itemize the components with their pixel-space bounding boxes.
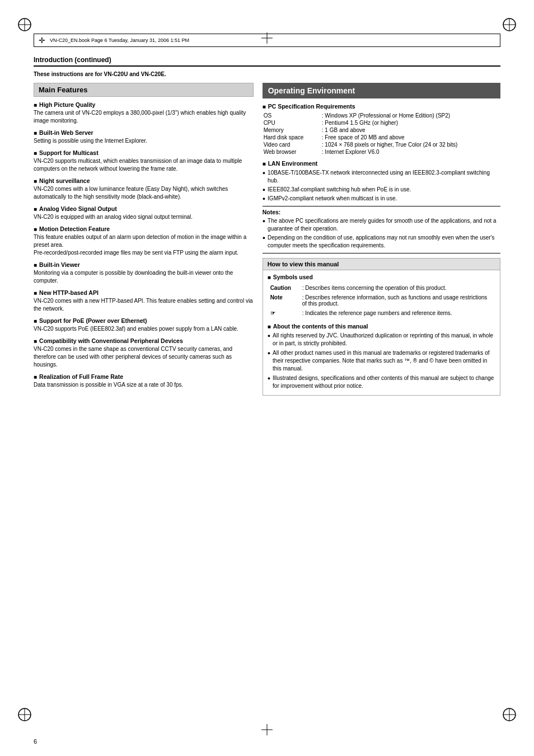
feature-body-night-surveillance: VN-C20 comes with a low luminance featur…	[34, 185, 254, 201]
symbol-label-caution: Caution	[269, 284, 299, 292]
lan-item-0: 10BASE-T/100BASE-TX network interconnect…	[263, 169, 500, 185]
feature-title-compatibility: Compatibility with Conventional Peripher…	[34, 337, 254, 344]
symbol-label-note: Note	[269, 293, 299, 308]
feature-title-night-surveillance: Night surveillance	[34, 177, 254, 184]
feature-motion-detection: Motion Detection Feature This feature en…	[34, 226, 254, 257]
main-features-header: Main Features	[34, 83, 254, 97]
feature-compatibility: Compatibility with Conventional Peripher…	[34, 337, 254, 369]
feature-title-builtin-web-server: Built-in Web Server	[34, 129, 254, 136]
note-item-1: Depending on the condition of use, appli…	[263, 234, 500, 250]
feature-high-picture-quality: High Picture Quality The camera unit of …	[34, 101, 254, 125]
feature-night-surveillance: Night surveillance VN-C20 comes with a l…	[34, 177, 254, 201]
feature-title-builtin-viewer: Built-in Viewer	[34, 261, 254, 268]
symbol-label-ref: ☞	[269, 309, 299, 317]
spec-value-memory: : 1 GB and above	[321, 126, 500, 134]
corner-decoration-br	[502, 707, 517, 722]
spec-value-video: : 1024 × 768 pixels or higher, True Colo…	[321, 141, 500, 148]
operating-environment-header: Operating Environment	[263, 83, 500, 98]
spec-label-video: Video card	[263, 141, 321, 148]
symbol-value-ref: : Indicates the reference page numbers a…	[301, 309, 494, 317]
feature-body-full-frame-rate: Data transmission is possible in VGA siz…	[34, 381, 254, 389]
notes-list: The above PC specifications are merely g…	[263, 217, 500, 250]
feature-title-poe: Support for PoE (Power over Ethernet)	[34, 317, 254, 324]
lan-item-1: IEEE802.3af-compliant switching hub when…	[263, 186, 500, 194]
instructions-note: These instructions are for VN-C20U and V…	[34, 71, 500, 77]
spec-value-os: : Windows XP (Professional or Home Editi…	[321, 112, 500, 119]
feature-title-high-picture-quality: High Picture Quality	[34, 101, 254, 108]
symbol-value-note: : Describes reference information, such …	[301, 293, 494, 308]
content-area: Introduction (continued) These instructi…	[34, 56, 500, 700]
feature-body-high-picture-quality: The camera unit of VN-C20 employs a 380,…	[34, 109, 254, 125]
intro-header: Introduction (continued)	[34, 56, 500, 67]
feature-body-analog-video: VN-C20 is equipped with an analog video …	[34, 213, 254, 221]
pc-specs-table: OS : Windows XP (Professional or Home Ed…	[263, 112, 500, 156]
feature-builtin-web-server: Built-in Web Server Setting is possible …	[34, 129, 254, 145]
feature-builtin-viewer: Built-in Viewer Monitoring via a compute…	[34, 261, 254, 285]
feature-poe: Support for PoE (Power over Ethernet) VN…	[34, 317, 254, 333]
lan-item-2: IGMPv2-compliant network when multicast …	[263, 195, 500, 203]
how-to-view-box: How to view this manual Symbols used Cau…	[263, 258, 500, 396]
two-col-layout: Main Features High Picture Quality The c…	[34, 83, 500, 396]
spec-label-browser: Web browser	[263, 148, 321, 156]
spec-row-memory: Memory : 1 GB and above	[263, 126, 500, 134]
spec-value-cpu: : Pentium4 1.5 GHz (or higher)	[321, 119, 500, 126]
crosshair-icon: ✛	[39, 36, 45, 45]
feature-body-builtin-viewer: Monitoring via a computer is possible by…	[34, 269, 254, 285]
spec-row-browser: Web browser : Internet Explorer V6.0	[263, 148, 500, 156]
spec-label-memory: Memory	[263, 126, 321, 134]
feature-analog-video: Analog Video Signal Output VN-C20 is equ…	[34, 205, 254, 221]
corner-decoration-tr	[502, 17, 517, 32]
spec-row-hdd: Hard disk space : Free space of 20 MB an…	[263, 134, 500, 141]
page-wrapper: ✛ VN-C20_EN.book Page 6 Tuesday, January…	[0, 0, 534, 756]
symbol-row-ref: ☞ : Indicates the reference page numbers…	[269, 309, 494, 317]
feature-title-analog-video: Analog Video Signal Output	[34, 205, 254, 212]
about-contents-list: All rights reserved by JVC. Unauthorized…	[268, 332, 495, 390]
feature-http-api: New HTTP-based API VN-C20 comes with a n…	[34, 289, 254, 313]
about-contents-title: About the contents of this manual	[268, 323, 495, 330]
feature-support-multicast: Support for Multicast VN-C20 supports mu…	[34, 149, 254, 173]
file-info-text: VN-C20_EN.book Page 6 Tuesday, January 3…	[50, 37, 189, 43]
symbol-row-note: Note : Describes reference information, …	[269, 293, 494, 308]
feature-body-builtin-web-server: Setting is possible using the Internet E…	[34, 137, 254, 145]
feature-body-motion-detection: This feature enables output of an alarm …	[34, 233, 254, 257]
feature-body-compatibility: VN-C20 comes in the same shape as conven…	[34, 345, 254, 369]
feature-full-frame-rate: Realization of Full Frame Rate Data tran…	[34, 373, 254, 389]
feature-title-http-api: New HTTP-based API	[34, 289, 254, 296]
spec-label-hdd: Hard disk space	[263, 134, 321, 141]
symbols-table: Caution : Describes items concerning the…	[268, 283, 495, 318]
symbol-row-caution: Caution : Describes items concerning the…	[269, 284, 494, 292]
about-item-0: All rights reserved by JVC. Unauthorized…	[268, 332, 495, 348]
lan-title: LAN Environment	[263, 160, 500, 167]
bottom-center-crosshair	[261, 724, 273, 736]
spec-row-os: OS : Windows XP (Professional or Home Ed…	[263, 112, 500, 119]
feature-title-support-multicast: Support for Multicast	[34, 149, 254, 156]
right-column: Operating Environment PC Specification R…	[263, 83, 500, 396]
feature-body-support-multicast: VN-C20 supports multicast, which enables…	[34, 157, 254, 173]
how-to-view-content: Symbols used Caution : Describes items c…	[263, 270, 500, 395]
notes-box: Notes: The above PC specifications are m…	[263, 206, 500, 253]
left-column: Main Features High Picture Quality The c…	[34, 83, 254, 396]
pc-specs-title: PC Specification Requirements	[263, 103, 500, 110]
feature-body-http-api: VN-C20 comes with a new HTTP-based API. …	[34, 297, 254, 313]
note-item-0: The above PC specifications are merely g…	[263, 217, 500, 233]
page-number: 6	[34, 738, 37, 745]
feature-title-motion-detection: Motion Detection Feature	[34, 226, 254, 232]
about-item-1: All other product names used in this man…	[268, 349, 495, 373]
spec-value-browser: : Internet Explorer V6.0	[321, 148, 500, 156]
corner-decoration-tl	[17, 17, 32, 32]
how-to-view-header: How to view this manual	[263, 259, 500, 270]
symbols-title: Symbols used	[268, 274, 495, 280]
feature-title-full-frame-rate: Realization of Full Frame Rate	[34, 373, 254, 380]
file-info-bar: ✛ VN-C20_EN.book Page 6 Tuesday, January…	[34, 34, 500, 47]
symbol-value-caution: : Describes items concerning the operati…	[301, 284, 494, 292]
notes-title: Notes:	[263, 209, 500, 215]
spec-value-hdd: : Free space of 20 MB and above	[321, 134, 500, 141]
spec-label-cpu: CPU	[263, 119, 321, 126]
corner-decoration-bl	[17, 707, 32, 722]
feature-body-poe: VN-C20 supports PoE (IEEE802.3af) and en…	[34, 325, 254, 333]
about-item-2: Illustrated designs, specifications and …	[268, 374, 495, 390]
lan-list: 10BASE-T/100BASE-TX network interconnect…	[263, 169, 500, 203]
spec-row-video: Video card : 1024 × 768 pixels or higher…	[263, 141, 500, 148]
spec-label-os: OS	[263, 112, 321, 119]
spec-row-cpu: CPU : Pentium4 1.5 GHz (or higher)	[263, 119, 500, 126]
